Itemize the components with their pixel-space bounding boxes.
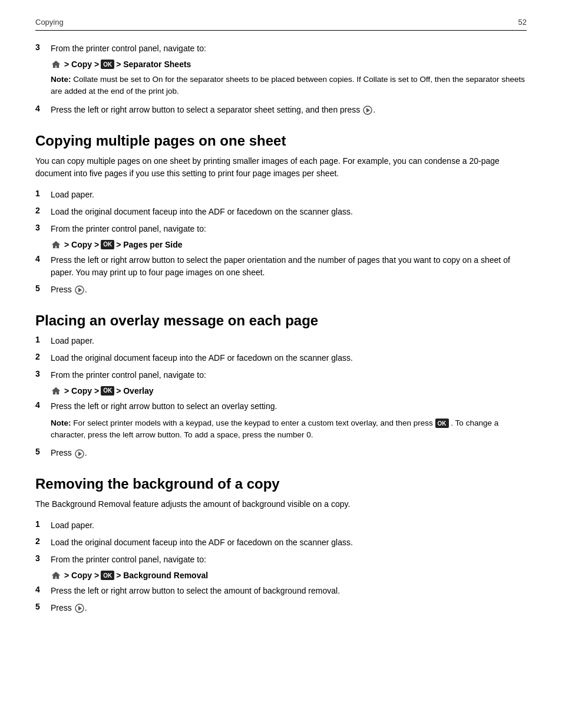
nav-copy: > Copy > (64, 240, 99, 249)
note-label: Note: (51, 419, 71, 427)
step-number: 4 (35, 104, 45, 113)
step-text: Press the left or right arrow button to … (51, 254, 527, 279)
home-icon (51, 386, 61, 396)
section-heading-overlay: Placing an overlay message on each page (35, 312, 527, 329)
step-number: 5 (35, 602, 45, 611)
ok-badge: OK (101, 571, 114, 580)
start-icon (74, 285, 85, 295)
step-text: From the printer control panel, navigate… (51, 369, 527, 381)
note-text: Note: For select printer models with a k… (51, 417, 527, 442)
step-number: 4 (35, 254, 45, 263)
step-text: Load the original document faceup into t… (51, 206, 527, 218)
section-intro-multiple: You can copy multiple pages on one sheet… (35, 155, 527, 180)
section-heading-bg-removal: Removing the background of a copy (35, 476, 527, 492)
step-5-bg: 5 Press . (35, 602, 527, 614)
step-3-multiple: 3 From the printer control panel, naviga… (35, 223, 527, 235)
header-title: Copying (35, 18, 64, 27)
svg-marker-3 (78, 288, 82, 292)
nav-bg-removal: > Background Removal (116, 571, 208, 580)
start-icon (362, 105, 373, 116)
nav-separator-sheets: > Separator Sheets (116, 60, 191, 69)
ok-badge: OK (101, 386, 114, 396)
nav-copy: > Copy > (64, 60, 99, 69)
ok-badge-note: OK (435, 419, 449, 428)
step-number: 2 (35, 206, 45, 215)
continuation-section: 3 From the printer control panel, naviga… (35, 42, 527, 116)
nav-pages-per-side: > Pages per Side (116, 240, 182, 249)
nav-path-pages-per-side: > Copy > OK > Pages per Side (51, 240, 527, 249)
note-overlay: Note: For select printer models with a k… (51, 417, 527, 442)
step-number: 3 (35, 369, 45, 378)
step-4-multiple: 4 Press the left or right arrow button t… (35, 254, 527, 279)
svg-marker-7 (78, 606, 82, 611)
home-icon (51, 60, 61, 69)
nav-path-separator: > Copy > OK > Separator Sheets (51, 60, 527, 69)
nav-copy: > Copy > (64, 571, 99, 580)
step-1-multiple: 1 Load paper. (35, 189, 527, 201)
step-4-overlay: 4 Press the left or right arrow button t… (35, 400, 527, 413)
ok-badge: OK (101, 240, 114, 249)
header-page-number: 52 (518, 18, 527, 27)
step-text: Press the left or right arrow button to … (51, 585, 527, 597)
step-4-separator: 4 Press the left or right arrow button t… (35, 104, 527, 116)
section-multiple-pages: Copying multiple pages on one sheet You … (35, 133, 527, 296)
start-icon (74, 449, 85, 459)
note-content: For select printer models with a keypad,… (73, 419, 435, 427)
step-3-separator: 3 From the printer control panel, naviga… (35, 42, 527, 55)
page-header: Copying 52 (35, 18, 527, 31)
step-3-overlay: 3 From the printer control panel, naviga… (35, 369, 527, 381)
section-background-removal: Removing the background of a copy The Ba… (35, 476, 527, 614)
nav-overlay: > Overlay (116, 386, 153, 396)
nav-path-overlay: > Copy > OK > Overlay (51, 386, 527, 396)
step-text: Load the original document faceup into t… (51, 536, 527, 549)
step-number: 1 (35, 335, 45, 344)
section-intro-bg-removal: The Background Removal feature adjusts t… (35, 498, 527, 511)
step-5-overlay: 5 Press . (35, 447, 527, 459)
step-text: From the printer control panel, navigate… (51, 554, 527, 566)
nav-copy: > Copy > (64, 386, 99, 396)
step-text: From the printer control panel, navigate… (51, 223, 527, 235)
step-number: 2 (35, 536, 45, 546)
ok-badge: OK (101, 60, 114, 69)
section-overlay: Placing an overlay message on each page … (35, 312, 527, 460)
step-number: 4 (35, 585, 45, 594)
step-text: From the printer control panel, navigate… (51, 42, 527, 55)
step-2-multiple: 2 Load the original document faceup into… (35, 206, 527, 218)
step-text: Load paper. (51, 519, 527, 532)
svg-marker-1 (366, 108, 370, 113)
step-4-bg: 4 Press the left or right arrow button t… (35, 585, 527, 597)
step-text: Press the left or right arrow button to … (51, 400, 527, 413)
step-number: 1 (35, 519, 45, 529)
step-number: 3 (35, 223, 45, 232)
step-1-bg: 1 Load paper. (35, 519, 527, 532)
step-text: Load the original document faceup into t… (51, 352, 527, 364)
note-text: Note: Collate must be set to On for the … (51, 74, 527, 98)
step-number: 1 (35, 189, 45, 198)
page: Copying 52 3 From the printer control pa… (0, 0, 562, 728)
home-icon (51, 571, 61, 580)
svg-marker-5 (78, 452, 82, 456)
step-number: 3 (35, 554, 45, 563)
start-icon (74, 603, 85, 614)
step-3-bg: 3 From the printer control panel, naviga… (35, 554, 527, 566)
step-text: Press . (51, 447, 527, 459)
step-5-multiple: 5 Press . (35, 284, 527, 296)
step-number: 4 (35, 400, 45, 410)
step-2-bg: 2 Load the original document faceup into… (35, 536, 527, 549)
step-number: 5 (35, 284, 45, 293)
step-text: Press . (51, 284, 527, 296)
nav-path-bg-removal: > Copy > OK > Background Removal (51, 571, 527, 580)
section-heading-multiple: Copying multiple pages on one sheet (35, 133, 527, 149)
step-2-overlay: 2 Load the original document faceup into… (35, 352, 527, 364)
note-content: Collate must be set to On for the separa… (51, 75, 525, 95)
note-separator: Note: Collate must be set to On for the … (51, 74, 527, 98)
step-text: Load paper. (51, 335, 527, 347)
step-number: 3 (35, 42, 45, 52)
step-1-overlay: 1 Load paper. (35, 335, 527, 347)
step-text: Press . (51, 602, 527, 614)
note-label: Note: (51, 75, 71, 84)
step-text: Press the left or right arrow button to … (51, 104, 527, 116)
step-text: Load paper. (51, 189, 527, 201)
home-icon (51, 240, 61, 249)
step-number: 5 (35, 447, 45, 456)
